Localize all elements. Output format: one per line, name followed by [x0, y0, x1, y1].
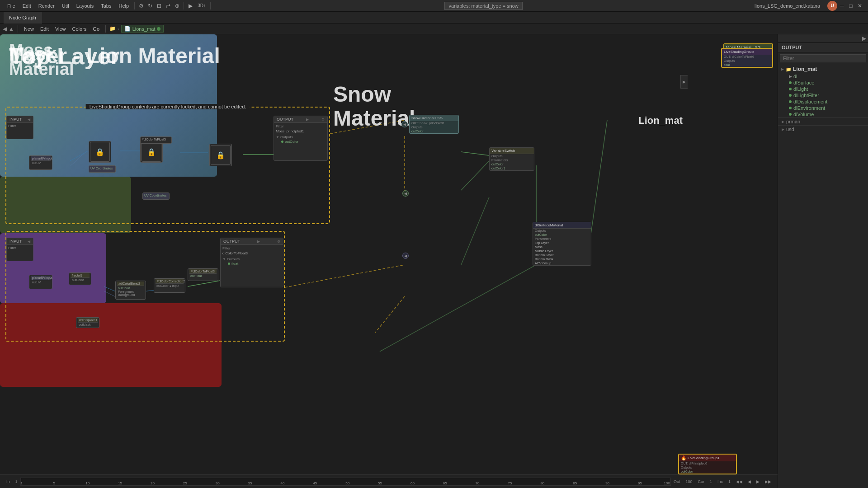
- toolbar-edit[interactable]: Edit: [38, 26, 51, 32]
- variable-switch-node[interactable]: VariableSwitch Outputs Parameters outCol…: [489, 147, 534, 171]
- timeline-prev[interactable]: ◀◀: [733, 479, 745, 484]
- svg-line-2: [285, 265, 405, 287]
- timeline-back[interactable]: ◀: [745, 479, 754, 484]
- render-icon[interactable]: ▶: [186, 1, 195, 10]
- tree-node-row[interactable]: ▶ 📁 Lion_mat: [778, 65, 868, 73]
- tree-node-icon: 📁: [786, 67, 791, 72]
- node-planarUV-bottom[interactable]: planarUVInput outUV: [29, 275, 52, 289]
- separator-2: [184, 2, 184, 9]
- timeline-fwd[interactable]: ▶: [754, 479, 762, 484]
- timeline-ruler[interactable]: 1 5 10 15 20 25 30 35 40 45 50 55 60 65: [20, 478, 671, 486]
- svg-line-4: [461, 152, 489, 155]
- node-displace[interactable]: #dlDisplace1 outMask: [76, 317, 99, 328]
- mode-3d[interactable]: 3D↑: [195, 1, 208, 10]
- mask-node[interactable]: LiveShadingGroup OUT: dlColorToFloat6 Ou…: [721, 48, 773, 68]
- menu-render[interactable]: Render: [35, 2, 58, 9]
- menu-file[interactable]: File: [4, 2, 19, 9]
- menu-util[interactable]: Util: [58, 2, 73, 9]
- node-uvcoord-2[interactable]: UV Coordinates: [142, 192, 170, 200]
- toolbar-colors[interactable]: Colors: [70, 26, 89, 32]
- refresh-icon[interactable]: ↻: [146, 1, 155, 10]
- window-close[interactable]: ✕: [855, 1, 864, 10]
- output-panel-bottom: OUTPUT ▶ ⚙ Filter dlColorToFloat3 ▼ Outp…: [220, 238, 283, 287]
- input-panel-top: INPUT ◀ Filter: [6, 116, 33, 139]
- menu-layouts[interactable]: Layouts: [73, 2, 98, 9]
- output-settings-bottom[interactable]: ⚙: [277, 239, 280, 244]
- timeline-in-label: In: [4, 479, 13, 484]
- timeline-cur-label: Cur: [695, 479, 707, 484]
- panel-expand-icon[interactable]: ▶: [862, 35, 866, 42]
- tree-node-name: Lion_mat: [793, 66, 817, 72]
- tree-port-dllight[interactable]: dlLight: [778, 86, 868, 92]
- node-colortofloat-bottom[interactable]: #dlColorToFloat3 outFloat: [188, 268, 218, 281]
- node-uvcoord-1[interactable]: UV Coordinates: [89, 165, 116, 173]
- snow-node[interactable]: Snow Material LSG OUT: Snow_principled1 …: [409, 115, 459, 134]
- node-colorblend[interactable]: #dlColorBlend2 outColor Foreground Backg…: [115, 281, 146, 300]
- filter-input[interactable]: [780, 54, 866, 62]
- menu-help[interactable]: Help: [115, 2, 132, 9]
- lion-mat-title: Lion_mat: [638, 115, 683, 127]
- window-max[interactable]: □: [846, 1, 855, 10]
- tree-port-dlenvironment[interactable]: dlEnvironment: [778, 105, 868, 111]
- node-colortofl-top[interactable]: #dlColorToFloat5: [140, 136, 172, 144]
- separator-3: [210, 2, 211, 9]
- input-arrow-top: ◀: [28, 117, 30, 122]
- svg-line-3: [375, 296, 405, 333]
- toolbar-view[interactable]: View: [53, 26, 68, 32]
- outputs-label-top: ▼ Outputs: [276, 135, 326, 139]
- settings-icon[interactable]: ⚙: [137, 1, 146, 10]
- output-port-bottom: float: [222, 261, 281, 266]
- tree-port-dlsurface[interactable]: dlSurface: [778, 80, 868, 86]
- toolbar-go[interactable]: Go: [90, 26, 102, 32]
- tree-section-prman[interactable]: ▶ prman: [778, 117, 868, 125]
- tree-section-usd[interactable]: ▶ usd: [778, 125, 868, 133]
- node-graph-canvas[interactable]: LiveShadingGroup contents are currently …: [0, 34, 778, 488]
- breadcrumb-node[interactable]: 📄 Lions_mat: [121, 25, 164, 33]
- separator-1: [134, 2, 135, 9]
- output-toggle[interactable]: ▶: [680, 75, 688, 89]
- timeline-out-label: Out: [671, 479, 683, 484]
- node-fractal[interactable]: fractal1 outColor: [69, 272, 91, 285]
- breadcrumb-node-name: Lions_mat: [132, 26, 156, 32]
- timeline-inc-label: Inc: [715, 479, 726, 484]
- tree-content: ▶ 📁 Lion_mat ▶ dl dlSurface dlLight dlLi…: [778, 64, 868, 134]
- locked-label-top: LiveShadingGroup contents are currently …: [86, 104, 250, 109]
- tree-dl-input[interactable]: ▶ dl: [778, 73, 868, 80]
- snow-node-expand[interactable]: ◀: [401, 121, 408, 127]
- input-icon[interactable]: ⊡: [155, 1, 164, 10]
- tabbar: Node Graph: [0, 12, 868, 23]
- menu-tabs[interactable]: Tabs: [97, 2, 115, 9]
- input-label-bottom: INPUT: [9, 239, 22, 244]
- output-arrow-top: ▶: [306, 117, 309, 122]
- menu-edit[interactable]: Edit: [19, 2, 35, 9]
- moss-node-expand[interactable]: ◀: [402, 190, 409, 197]
- lion-node[interactable]: 🔥 LiveShadingGroup1 OUT: dlPrincipled6 O…: [678, 454, 737, 474]
- main-area: LiveShadingGroup contents are currently …: [0, 34, 868, 488]
- nav-back[interactable]: ◀: [3, 26, 7, 32]
- timeline-in-val: 1: [13, 479, 20, 484]
- output-settings-top[interactable]: ⚙: [321, 117, 325, 122]
- file-title: lions_LSG_demo_end.katana: [755, 3, 820, 9]
- sep2: [105, 25, 106, 33]
- bookmark-icon[interactable]: ⊕: [173, 1, 182, 10]
- tree-port-dldisplacement[interactable]: dlDisplacement: [778, 99, 868, 105]
- mask-node-expand[interactable]: ◀: [402, 253, 409, 259]
- tree-port-dlvolume[interactable]: dlVolume: [778, 111, 868, 117]
- dl-surface-node[interactable]: dlSurfaceMaterial Outputs outColor Param…: [533, 222, 591, 266]
- node-colorcorrection[interactable]: #dlColorCorrection2 outColor ● Input: [154, 278, 185, 293]
- sync-icon[interactable]: ⇄: [164, 1, 173, 10]
- toolbar-new[interactable]: New: [22, 26, 36, 32]
- snow-node-container: ◀ Snow Material LSG OUT: Snow_principled…: [401, 115, 459, 134]
- window-min[interactable]: ─: [837, 1, 846, 10]
- tab-nodegraph[interactable]: Node Graph: [4, 12, 42, 23]
- node-planarUV-top[interactable]: planarUVInput outUV: [29, 155, 52, 170]
- svg-line-6: [461, 197, 489, 265]
- breadcrumb-sep: ›: [118, 26, 119, 32]
- nav-up[interactable]: ▲: [9, 26, 14, 32]
- node-icon: 📄: [124, 26, 131, 32]
- timeline-end[interactable]: ▶▶: [762, 479, 774, 484]
- output-header-top: OUTPUT ▶ ⚙: [274, 116, 327, 123]
- svg-line-8: [589, 120, 607, 247]
- tree-port-dllightfilter[interactable]: dlLightFilter: [778, 92, 868, 99]
- node-locked-1: 🔒: [89, 141, 111, 163]
